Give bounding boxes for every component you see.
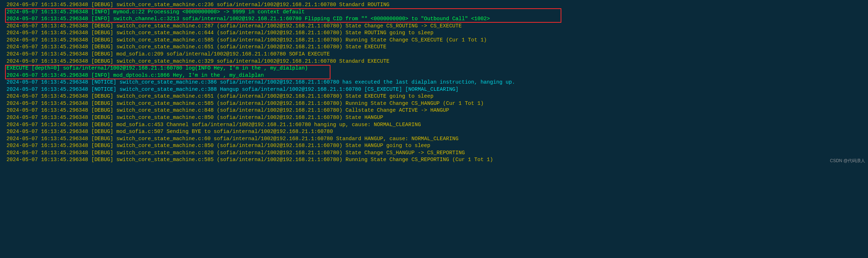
log-line[interactable]: 2024-05-07 16:13:45.296348 [INFO] mymod.… — [0, 9, 868, 16]
log-line[interactable]: 2024-05-07 16:13:45.296348 [DEBUG] switc… — [0, 44, 868, 51]
log-line[interactable]: 2024-05-07 16:13:45.296348 [DEBUG] switc… — [0, 30, 868, 37]
log-line[interactable]: 2024-05-07 16:13:45.296348 [DEBUG] mod_s… — [0, 121, 868, 129]
log-line[interactable]: EXECUTE [depth=0] sofia/internal/1002@19… — [0, 65, 868, 72]
log-output[interactable]: 2024-05-07 16:13:45.296348 [DEBUG] switc… — [0, 1, 868, 164]
log-line[interactable]: 2024-05-07 16:13:45.296348 [DEBUG] switc… — [0, 93, 868, 100]
log-line[interactable]: 2024-05-07 16:13:45.296348 [DEBUG] switc… — [0, 142, 868, 150]
log-line[interactable]: 2024-05-07 16:13:45.296348 [DEBUG] switc… — [0, 107, 868, 114]
log-line[interactable]: 2024-05-07 16:13:45.296348 [DEBUG] switc… — [0, 156, 868, 164]
log-line[interactable]: 2024-05-07 16:13:45.296348 [NOTICE] swit… — [0, 86, 868, 93]
log-line[interactable]: 2024-05-07 16:13:45.296348 [DEBUG] switc… — [0, 58, 868, 65]
log-line[interactable]: 2024-05-07 16:13:45.296348 [DEBUG] switc… — [0, 135, 868, 143]
log-line[interactable]: 2024-05-07 16:13:45.296348 [DEBUG] switc… — [0, 37, 868, 44]
log-line[interactable]: 2024-05-07 16:13:45.296348 [INFO] switch… — [0, 15, 868, 23]
log-line[interactable]: 2024-05-07 16:13:45.296348 [DEBUG] mod_s… — [0, 128, 868, 135]
log-line[interactable]: 2024-05-07 16:13:45.296348 [DEBUG] mod_s… — [0, 51, 868, 58]
log-line[interactable]: 2024-05-07 16:13:45.296348 [DEBUG] switc… — [0, 100, 868, 107]
log-line[interactable]: 2024-05-07 16:13:45.296348 [INFO] mod_dp… — [0, 72, 868, 79]
log-line[interactable]: 2024-05-07 16:13:45.296348 [DEBUG] switc… — [0, 23, 868, 30]
log-line[interactable]: 2024-05-07 16:13:45.296348 [DEBUG] switc… — [0, 150, 868, 157]
watermark: CSDN @代码浪人 — [830, 158, 865, 164]
log-line[interactable]: 2024-05-07 16:13:45.296348 [NOTICE] swit… — [0, 79, 868, 86]
log-line[interactable]: 2024-05-07 16:13:45.296348 [DEBUG] switc… — [0, 1, 868, 9]
log-line[interactable]: 2024-05-07 16:13:45.296348 [DEBUG] switc… — [0, 114, 868, 121]
